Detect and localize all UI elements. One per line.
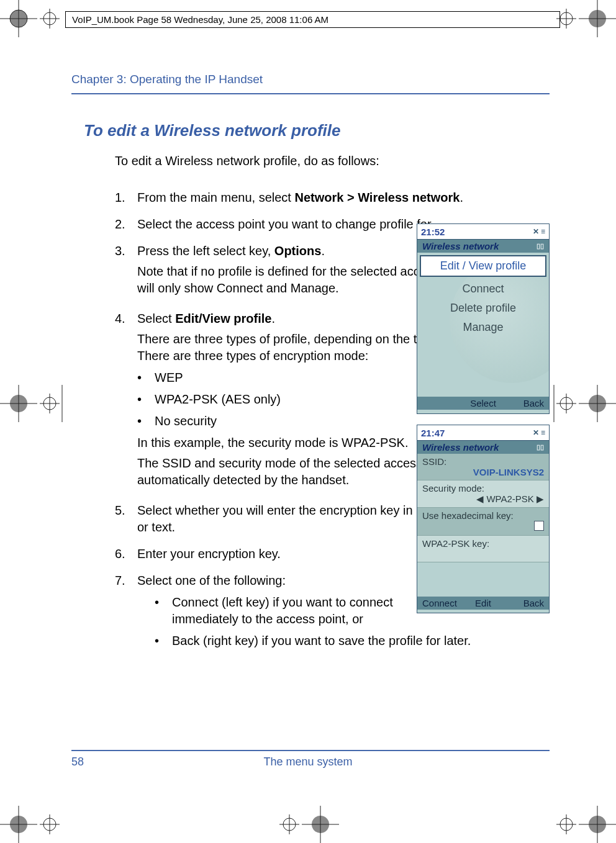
reg-mark-bottom-left <box>0 806 62 843</box>
softkey-back[interactable]: Back <box>504 598 544 608</box>
ssid-value: VOIP-LINKSYS2 <box>422 467 544 477</box>
option-text: Back (right key) if you want to save the… <box>172 633 471 649</box>
step-number: 6. <box>115 546 137 562</box>
crop-header-text: VoIP_UM.book Page 58 Wednesday, June 25,… <box>65 11 560 28</box>
status-icons: ✕ ≡ <box>533 428 545 437</box>
step-bold: Network > Wireless network <box>294 191 460 204</box>
step-bold: Edit/View profile <box>175 312 271 325</box>
phone-time: 21:52 <box>421 227 445 237</box>
menu-item-connect[interactable]: Connect <box>417 279 549 299</box>
step-text: Select <box>137 312 175 325</box>
security-mode-value[interactable]: ◀ WPA2-PSK ▶ <box>422 494 544 505</box>
step-number: 4. <box>115 310 137 492</box>
step-number: 1. <box>115 189 137 206</box>
encryption-option: WPA2-PSK (AES only) <box>155 391 281 408</box>
step-number: 7. <box>115 572 137 654</box>
phone-time: 21:47 <box>421 428 445 438</box>
step-text-b: . <box>271 312 275 325</box>
hex-key-checkbox[interactable] <box>534 521 544 531</box>
status-icons: ✕ ≡ <box>533 227 545 236</box>
wpa2-key-label: WPA2-PSK key: <box>422 538 544 549</box>
step-text-b: . <box>321 244 325 258</box>
softkey-connect[interactable]: Connect <box>422 598 463 608</box>
encryption-option: No security <box>155 413 217 430</box>
step-text: Select one of the following: <box>137 572 398 589</box>
step-text-b: . <box>460 191 463 204</box>
intro-text: To edit a Wireless network profile, do a… <box>115 154 550 168</box>
chapter-title: Chapter 3: Operating the IP Handset <box>71 73 263 86</box>
wpa2-key-value[interactable] <box>422 549 544 559</box>
top-rule <box>71 93 550 94</box>
encryption-option: WEP <box>155 369 183 386</box>
softkey-select[interactable]: Select <box>463 398 503 408</box>
ssid-label: SSID: <box>422 456 544 467</box>
softkey-edit[interactable]: Edit <box>463 598 503 608</box>
step-bold: Options <box>274 244 322 258</box>
bottom-rule <box>71 750 550 751</box>
reg-mark-left <box>0 385 68 422</box>
reg-mark-top-left <box>0 0 62 37</box>
step-number: 2. <box>115 216 137 233</box>
menu-item-manage[interactable]: Manage <box>417 318 549 337</box>
reg-mark-bottom-center <box>277 806 339 843</box>
battery-icon: ▯▯ <box>537 443 544 451</box>
phone-screen-title: Wireless network <box>422 241 499 251</box>
reg-mark-top-right <box>554 0 616 37</box>
security-mode-label: Security mode: <box>422 483 544 494</box>
step-number: 5. <box>115 502 137 536</box>
softkey-back[interactable]: Back <box>504 398 544 408</box>
reg-mark-bottom-right <box>554 806 616 843</box>
step-text: From the main menu, select <box>137 191 294 204</box>
option-text: Connect (left key) if you want to connec… <box>172 594 433 628</box>
menu-item-edit-view-profile[interactable]: Edit / View profile <box>420 255 546 277</box>
hex-key-label: Use hexadecimal key: <box>422 510 544 521</box>
phone-screen-title: Wireless network <box>422 442 499 453</box>
step-number: 3. <box>115 243 137 300</box>
battery-icon: ▯▯ <box>537 242 544 250</box>
phone-screenshot-profile: 21:47 ✕ ≡ Wireless network ▯▯ SSID: VOIP… <box>417 425 550 613</box>
step-text: Press the left select key, <box>137 244 274 258</box>
section-heading: To edit a Wireless network profile <box>84 121 550 140</box>
step-1: 1. From the main menu, select Network > … <box>115 189 550 206</box>
phone-screenshot-options: 21:52 ✕ ≡ Wireless network ▯▯ Edit / Vie… <box>417 223 550 414</box>
footer-section-title: The menu system <box>0 755 616 769</box>
menu-item-delete-profile[interactable]: Delete profile <box>417 299 549 318</box>
reg-mark-right <box>548 385 616 422</box>
list-item: •Back (right key) if you want to save th… <box>155 633 550 649</box>
